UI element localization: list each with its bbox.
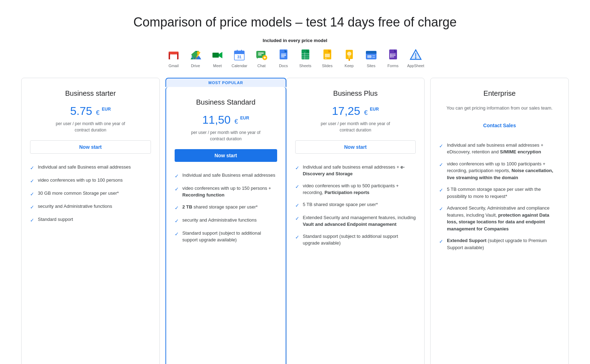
app-name-calendar: Calendar <box>232 64 247 68</box>
feature-item: ✓video conferences with up to 1000 parti… <box>439 160 560 181</box>
svg-point-45 <box>390 55 391 56</box>
plan-starter: Business starter 5.75 € EUR per user / p… <box>21 78 160 364</box>
plan-starter-name: Business starter <box>30 89 151 98</box>
plan-plus-price-row: 17,25 € EUR <box>295 105 416 118</box>
check-icon: ✓ <box>295 202 299 209</box>
included-label: Included in every price model <box>21 38 569 43</box>
app-sites: Sites <box>363 48 379 68</box>
feature-item: ✓security and Administrative functions <box>30 203 151 211</box>
plan-starter-price: 5.75 € EUR <box>70 105 111 117</box>
check-icon: ✓ <box>439 142 443 150</box>
plan-standard: Business Standard 11,50 € EUR per user /… <box>165 87 286 364</box>
feature-item: ✓2 TB shared storage space per user* <box>175 204 277 212</box>
app-slides: Slides <box>320 48 335 68</box>
app-forms: Forms <box>385 48 401 68</box>
app-name-sites: Sites <box>367 64 375 68</box>
plan-plus: Business Plus 17,25 € EUR per user / per… <box>286 78 425 364</box>
page-title: Comparison of price models – test 14 day… <box>21 14 569 31</box>
check-icon: ✓ <box>175 230 179 238</box>
check-icon: ✓ <box>295 164 299 172</box>
svg-point-32 <box>347 52 351 56</box>
feature-item: ✓5 TB shared storage space per user* <box>295 201 416 209</box>
feature-item: ✓Extended Support (subject upgrade to Pr… <box>439 237 560 251</box>
plan-standard-name: Business Standard <box>175 98 277 106</box>
feature-item: ✓Standard support (subject to additional… <box>295 233 416 247</box>
check-icon: ✓ <box>30 190 34 198</box>
check-icon: ✓ <box>175 186 179 193</box>
app-chat: Chat <box>254 48 269 68</box>
feature-item: ✓Individual and safe business email addr… <box>439 142 560 155</box>
feature-item: ✓Individual and safe business email addr… <box>295 164 416 177</box>
check-icon: ✓ <box>295 234 299 241</box>
app-docs: Docs <box>276 48 291 68</box>
plan-standard-price-row: 11,50 € EUR <box>175 113 277 127</box>
plan-enterprise-desc: You can get pricing information from our… <box>439 105 560 112</box>
app-appsheet: AppSheet <box>407 48 424 68</box>
svg-rect-21 <box>281 57 285 57</box>
plan-standard-cta[interactable]: Now start <box>175 149 277 162</box>
plan-starter-cta[interactable]: Now start <box>30 140 151 154</box>
check-icon: ✓ <box>175 217 179 225</box>
plan-standard-price: 11,50 € EUR <box>202 113 249 126</box>
app-gmail: Gmail <box>166 48 181 68</box>
svg-point-50 <box>415 57 416 59</box>
plan-enterprise-cta[interactable]: Contact Sales <box>439 119 560 132</box>
feature-item: ✓video conferences with up to 100 person… <box>30 177 151 185</box>
plan-standard-features: ✓Individual and safe Business email addr… <box>175 172 277 243</box>
check-icon: ✓ <box>175 204 179 212</box>
app-name-forms: Forms <box>387 64 398 68</box>
check-icon: ✓ <box>175 172 179 180</box>
check-icon: ✓ <box>30 217 34 224</box>
feature-item: ✓Extended Security and management featur… <box>295 214 416 228</box>
feature-item: ✓security and Administrative functions <box>175 217 277 225</box>
svg-rect-13 <box>258 53 264 54</box>
svg-rect-31 <box>349 59 350 61</box>
check-icon: ✓ <box>439 161 443 169</box>
app-drive: Drive <box>188 48 203 68</box>
feature-item: ✓Individual and safe Business email addr… <box>30 164 151 172</box>
app-name-drive: Drive <box>191 64 200 68</box>
app-calendar: 31 Calendar <box>232 48 247 68</box>
feature-item: ✓video conferences with up to 150 person… <box>175 185 277 199</box>
app-name-docs: Docs <box>279 64 288 68</box>
plan-starter-price-row: 5.75 € EUR <box>30 105 151 118</box>
feature-item: ✓Individual and safe Business email addr… <box>175 172 277 180</box>
feature-item: ✓Standard support <box>30 216 151 224</box>
svg-point-46 <box>390 56 391 57</box>
svg-rect-36 <box>366 53 376 54</box>
svg-rect-5 <box>212 53 219 58</box>
svg-rect-28 <box>325 54 330 57</box>
plan-starter-features: ✓Individual and safe Business email addr… <box>30 164 151 224</box>
plan-plus-features: ✓Individual and safe business email addr… <box>295 164 416 247</box>
app-sheets: Sheets <box>298 48 313 68</box>
svg-rect-19 <box>281 54 286 54</box>
feature-item: ✓Advanced Security, Administrative and c… <box>439 205 560 232</box>
plan-plus-cta[interactable]: Now start <box>295 140 416 154</box>
svg-rect-29 <box>325 58 327 59</box>
svg-rect-17 <box>264 56 265 59</box>
popular-badge: MOST POPULAR <box>165 78 286 87</box>
svg-rect-41 <box>391 54 396 54</box>
svg-rect-14 <box>258 54 262 55</box>
check-icon: ✓ <box>439 238 443 245</box>
plan-plus-price: 17,25 € EUR <box>332 105 379 117</box>
svg-rect-42 <box>391 55 396 56</box>
check-icon: ✓ <box>295 183 299 190</box>
feature-item: ✓Standard support (subject to additional… <box>175 230 277 243</box>
plan-standard-price-desc: per user / per month with one year ofcon… <box>175 129 277 142</box>
plan-standard-wrapper: MOST POPULAR Business Standard 11,50 € E… <box>165 78 286 364</box>
check-icon: ✓ <box>439 187 443 194</box>
plan-plus-name: Business Plus <box>295 89 416 98</box>
svg-rect-8 <box>234 53 244 54</box>
check-icon: ✓ <box>439 205 443 213</box>
check-icon: ✓ <box>30 177 34 185</box>
plan-enterprise: Enterprise You can get pricing informati… <box>430 78 569 364</box>
svg-point-44 <box>390 53 391 54</box>
app-name-sheets: Sheets <box>299 64 311 68</box>
plan-enterprise-features: ✓Individual and safe business email addr… <box>439 142 560 251</box>
check-icon: ✓ <box>30 204 34 211</box>
feature-item: ✓5 TB common storage space per user with… <box>439 186 560 200</box>
svg-rect-2 <box>170 54 177 59</box>
svg-rect-38 <box>372 55 375 56</box>
apps-icons-row: Gmail Drive Meet <box>21 48 569 68</box>
